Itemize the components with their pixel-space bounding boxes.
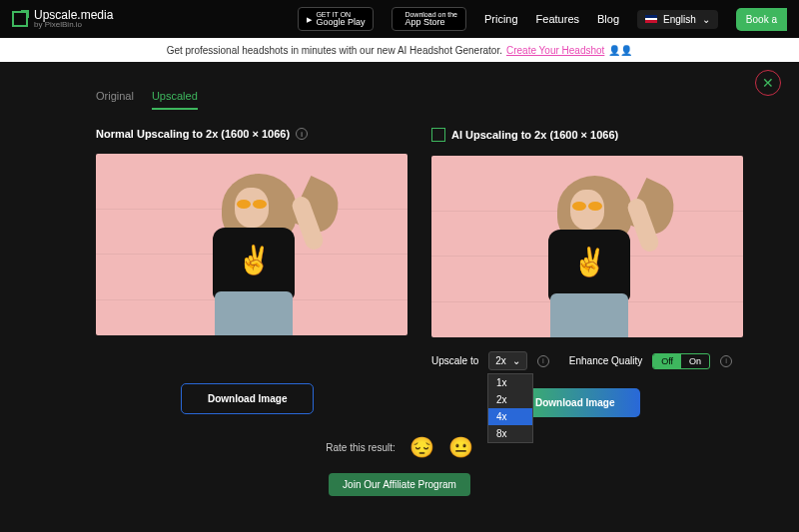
store-bottom: Google Play [316, 18, 365, 27]
panel-title-left: Normal Upscaling to 2x (1600 × 1066) i [96, 128, 407, 140]
rating-bad[interactable]: 😔 [409, 435, 434, 459]
logo-subtitle: by PixelBin.io [34, 21, 113, 29]
info-icon[interactable]: i [720, 355, 732, 367]
play-icon: ▶ [307, 16, 312, 23]
panel-title-right: AI Upscaling to 2x (1600 × 1066) [431, 128, 743, 142]
info-icon[interactable]: i [537, 355, 549, 367]
info-icon[interactable]: i [296, 128, 308, 140]
nav-pricing[interactable]: Pricing [484, 13, 518, 25]
upscale-dropdown: 1x 2x 4x 8x [487, 373, 533, 443]
promo-banner: Get professional headshots in minutes wi… [0, 38, 799, 62]
chevron-down-icon: ⌄ [512, 355, 520, 366]
close-button[interactable]: ✕ [755, 70, 781, 96]
enhance-label: Enhance Quality [569, 355, 642, 366]
upscale-factor-select[interactable]: 2x ⌄ [488, 351, 527, 370]
rating-meh[interactable]: 😐 [448, 435, 473, 459]
upscale-controls: Upscale to 2x ⌄ i Enhance Quality Off On… [431, 351, 743, 370]
preview-right: ✌ [431, 156, 743, 337]
google-play-badge[interactable]: ▶ GET IT ON Google Play [298, 7, 374, 31]
title-text: Normal Upscaling to 2x (1600 × 1066) [96, 128, 290, 140]
download-normal-button[interactable]: Download Image [181, 383, 314, 414]
nav-features[interactable]: Features [536, 13, 579, 25]
select-value: 2x [495, 355, 506, 366]
option-1x[interactable]: 1x [488, 374, 532, 391]
brand-logo[interactable]: Upscale.media by PixelBin.io [12, 9, 113, 29]
comparison-panels: Normal Upscaling to 2x (1600 × 1066) i ✌… [0, 110, 799, 417]
preview-left: ✌ [96, 154, 407, 335]
nav-blog[interactable]: Blog [597, 13, 619, 25]
title-text: AI Upscaling to 2x (1600 × 1066) [451, 129, 618, 141]
ai-upscale-panel: AI Upscaling to 2x (1600 × 1066) ✌ Upsca… [431, 128, 743, 417]
affiliate-button[interactable]: Join Our Affiliate Program [329, 473, 470, 496]
enhance-quality-toggle[interactable]: Off On [652, 353, 710, 369]
option-8x[interactable]: 8x [488, 425, 532, 442]
ai-logo-icon [431, 128, 445, 142]
app-store-badge[interactable]: Download on the App Store [392, 7, 466, 31]
book-button[interactable]: Book a [736, 8, 787, 31]
option-4x[interactable]: 4x [488, 408, 532, 425]
banner-text: Get professional headshots in minutes wi… [167, 45, 502, 56]
normal-upscale-panel: Normal Upscaling to 2x (1600 × 1066) i ✌… [96, 128, 407, 417]
tab-original[interactable]: Original [96, 90, 134, 110]
upscale-to-label: Upscale to [431, 355, 478, 366]
store-bottom: App Store [404, 18, 457, 27]
chevron-down-icon: ⌄ [702, 14, 710, 25]
result-tabs: Original Upscaled [96, 90, 799, 110]
toggle-off: Off [653, 354, 681, 368]
top-header: Upscale.media by PixelBin.io ▶ GET IT ON… [0, 0, 799, 38]
upscale-logo-icon [12, 11, 28, 27]
toggle-on: On [681, 354, 709, 368]
banner-link[interactable]: Create Your Headshot [506, 45, 604, 56]
close-icon: ✕ [762, 75, 774, 91]
language-selector[interactable]: English ⌄ [637, 10, 718, 29]
uk-flag-icon [645, 15, 657, 23]
option-2x[interactable]: 2x [488, 391, 532, 408]
lang-label: English [663, 14, 696, 25]
tab-upscaled[interactable]: Upscaled [152, 90, 198, 110]
rating-label: Rate this result: [326, 442, 395, 453]
rating-row: Rate this result: 😔 😐 [0, 435, 799, 459]
headshot-icons: 👤👤 [608, 45, 632, 56]
